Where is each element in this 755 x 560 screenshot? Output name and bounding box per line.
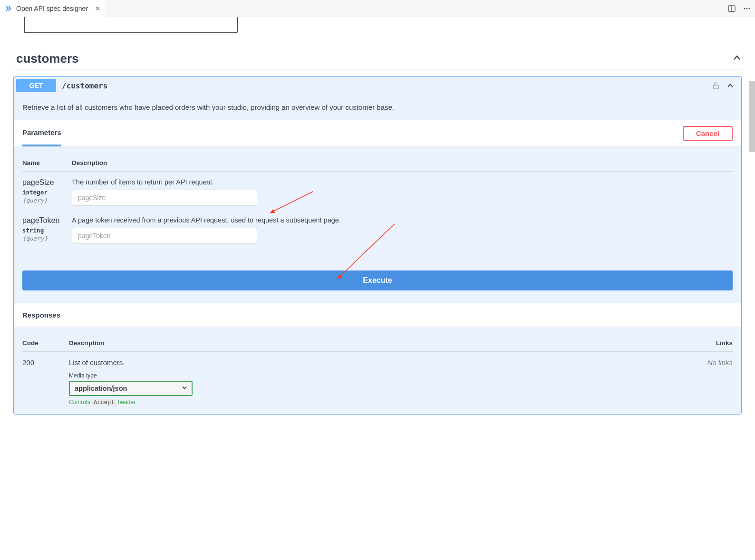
operation-block: GET /customers Retrieve a list of all cu… — [13, 76, 742, 415]
resp-col-links: Links — [695, 339, 733, 347]
operation-description: Retrieve a list of all customers who hav… — [14, 95, 741, 120]
openapi-icon — [5, 5, 12, 12]
responses-body: Code Description Links 200 List of custo… — [14, 327, 741, 414]
pagetoken-input[interactable] — [72, 228, 257, 244]
scrollbar-thumb[interactable] — [749, 81, 755, 152]
param-col-name: Name — [22, 159, 72, 166]
operation-header[interactable]: GET /customers — [14, 77, 741, 95]
param-col-desc: Description — [72, 159, 733, 166]
svg-point-4 — [749, 8, 750, 9]
param-row: pageSize integer (query) The number of i… — [22, 172, 733, 210]
execute-button[interactable]: Execute — [22, 270, 733, 290]
http-method-badge: GET — [16, 79, 56, 92]
svg-rect-5 — [714, 85, 718, 89]
editor-tab-title: Open API spec designer — [16, 5, 88, 12]
param-in: (query) — [22, 235, 72, 242]
param-type: string — [22, 227, 72, 234]
endpoint-path: /customers — [62, 81, 107, 90]
cancel-button[interactable]: Cancel — [683, 126, 733, 141]
parameters-tab[interactable]: Parameters — [22, 120, 61, 146]
editor-tab[interactable]: Open API spec designer ✕ — [0, 0, 106, 17]
param-type: integer — [22, 189, 72, 196]
response-row: 200 List of customers. Media type applic… — [22, 352, 733, 406]
parameters-bar: Parameters Cancel — [14, 120, 741, 146]
chevron-up-icon[interactable] — [726, 81, 735, 90]
controls-accept-note: Controls Accept header. — [69, 399, 695, 406]
parameters-body: Name Description pageSize integer (query… — [14, 146, 741, 303]
media-type-label: Media type — [69, 372, 695, 379]
param-description: A page token received from a previous AP… — [72, 216, 733, 224]
close-icon[interactable]: ✕ — [95, 4, 101, 13]
section-header[interactable]: customers — [13, 48, 742, 69]
svg-point-2 — [744, 8, 745, 9]
svg-point-3 — [746, 8, 748, 9]
resp-col-desc: Description — [69, 339, 695, 347]
more-icon[interactable] — [743, 4, 751, 13]
param-row: pageToken string (query) A page token re… — [22, 210, 733, 248]
editor-topbar: Open API spec designer ✕ — [0, 0, 755, 17]
response-code: 200 — [22, 358, 69, 406]
param-in: (query) — [22, 197, 72, 204]
pagesize-input[interactable] — [72, 190, 257, 206]
partial-box-remnant — [24, 17, 238, 33]
responses-label: Responses — [14, 303, 741, 327]
param-description: The number of items to return per API re… — [72, 178, 733, 186]
response-description: List of customers. — [69, 358, 695, 367]
param-name: pageSize — [22, 178, 72, 187]
param-name: pageToken — [22, 216, 72, 225]
media-type-select[interactable]: application/json — [69, 381, 193, 396]
chevron-up-icon[interactable] — [732, 53, 742, 64]
unlock-icon[interactable] — [712, 81, 720, 90]
resp-col-code: Code — [22, 339, 69, 347]
section-title: customers — [16, 51, 79, 66]
response-links: No links — [695, 358, 733, 406]
split-editor-icon[interactable] — [727, 4, 736, 13]
